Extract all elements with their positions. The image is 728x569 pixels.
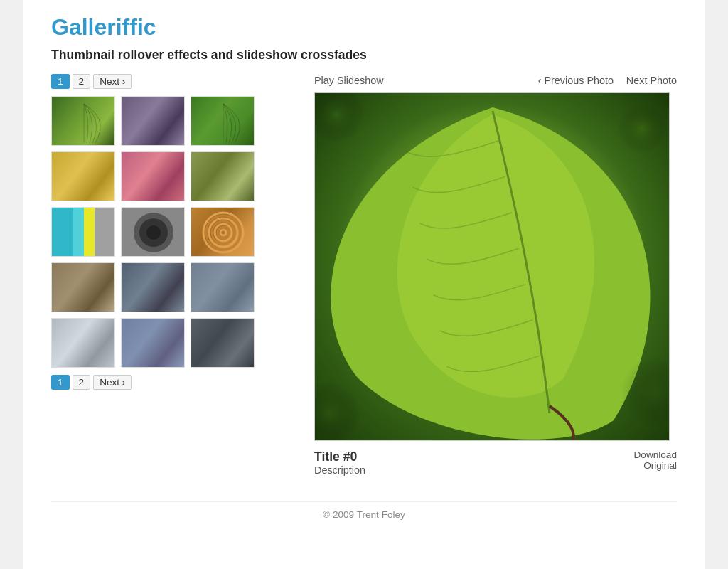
slideshow-controls: Play Slideshow ‹ Previous Photo Next Pho…: [314, 74, 677, 87]
thumbnail-item[interactable]: [51, 151, 115, 201]
thumbnail-item[interactable]: [121, 96, 185, 146]
download-label[interactable]: Download: [634, 450, 677, 460]
next-bottom-button[interactable]: Next ›: [93, 375, 132, 390]
thumbnail-item[interactable]: [191, 318, 255, 368]
photo-description: Description: [314, 464, 365, 476]
main-image: [315, 93, 670, 441]
thumbnail-item[interactable]: [191, 262, 255, 312]
page-2-top-button[interactable]: 2: [73, 74, 91, 89]
photo-title: Title #0: [314, 450, 365, 464]
pagination-top: 1 2 Next ›: [51, 74, 293, 89]
original-label[interactable]: Original: [634, 460, 677, 471]
photo-info: Title #0 Description Download Original: [314, 450, 677, 476]
pagination-bottom: 1 2 Next ›: [51, 375, 293, 390]
photo-navigation: ‹ Previous Photo Next Photo: [538, 74, 677, 87]
page-1-top-button[interactable]: 1: [51, 74, 70, 89]
thumbnail-item[interactable]: [121, 151, 185, 201]
thumbnail-item[interactable]: [121, 262, 185, 312]
thumbnail-item[interactable]: [121, 207, 185, 257]
thumbnail-item[interactable]: [121, 318, 185, 368]
page-1-bottom-button[interactable]: 1: [51, 375, 70, 390]
thumbnail-item[interactable]: [51, 207, 115, 257]
thumbnail-item[interactable]: [191, 96, 255, 146]
page-subtitle: Thumbnail rollover effects and slideshow…: [51, 48, 677, 63]
download-section: Download Original: [634, 450, 677, 471]
page-2-bottom-button[interactable]: 2: [73, 375, 91, 390]
thumbnail-item[interactable]: [191, 207, 255, 257]
previous-photo-button[interactable]: ‹ Previous Photo: [538, 75, 614, 86]
main-image-panel: Play Slideshow ‹ Previous Photo Next Pho…: [314, 74, 677, 480]
footer: © 2009 Trent Foley: [51, 501, 677, 520]
site-title: Galleriffic: [51, 14, 677, 41]
thumbnail-grid: [51, 96, 293, 368]
main-image-container: [314, 92, 670, 441]
next-top-button[interactable]: Next ›: [93, 74, 132, 89]
thumbnail-item[interactable]: [51, 318, 115, 368]
play-slideshow-button[interactable]: Play Slideshow: [314, 75, 384, 86]
thumbnail-item[interactable]: [191, 151, 255, 201]
thumbnail-panel: 1 2 Next › 1 2 Next ›: [51, 74, 293, 480]
thumbnail-item[interactable]: [51, 262, 115, 312]
next-photo-button[interactable]: Next Photo: [626, 75, 677, 86]
thumbnail-item[interactable]: [51, 96, 115, 146]
